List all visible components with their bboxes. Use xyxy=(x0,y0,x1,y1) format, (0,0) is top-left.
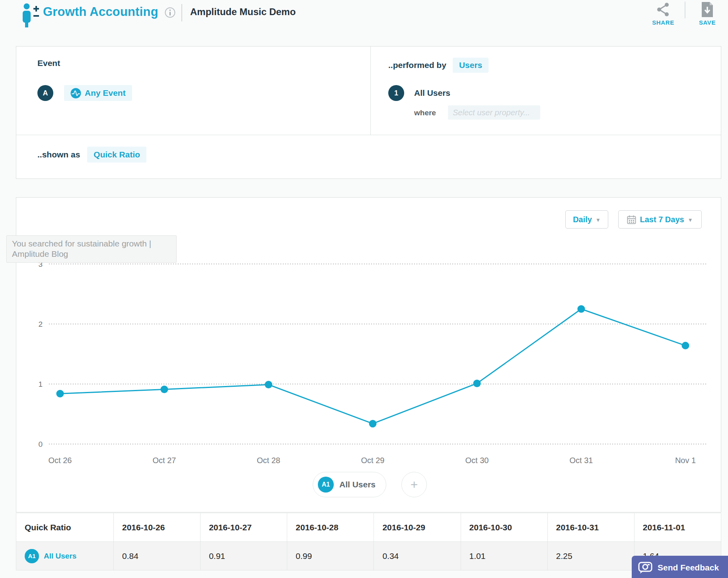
y-tick-label: 2 xyxy=(38,320,43,328)
amplitude-logo-icon xyxy=(70,88,81,99)
table-header-cell: 2016-11-01 xyxy=(634,513,721,542)
table-value-cell: 0.34 xyxy=(374,542,461,570)
table-value-cell: 0.84 xyxy=(114,542,200,570)
app-header: Growth Accounting Amplitude Music Demo S… xyxy=(0,0,728,40)
header-divider xyxy=(181,4,182,21)
action-divider xyxy=(685,2,685,18)
results-table: Quick Ratio2016-10-262016-10-272016-10-2… xyxy=(16,513,721,570)
legend-series-label: All Users xyxy=(339,480,376,489)
table-header-cell: 2016-10-28 xyxy=(287,513,374,542)
where-label: where xyxy=(414,109,436,117)
table-row: A1All Users0.840.910.990.341.012.251.64 xyxy=(16,542,721,570)
data-point[interactable] xyxy=(56,390,64,398)
share-button[interactable]: SHARE xyxy=(645,0,681,26)
status-tooltip: You searched for sustainable growth | Am… xyxy=(6,235,177,263)
data-point[interactable] xyxy=(578,305,585,313)
segment-badge[interactable]: 1 xyxy=(388,85,404,101)
project-title: Amplitude Music Demo xyxy=(190,6,296,17)
x-tick-label: Oct 30 xyxy=(465,456,489,465)
table-value-cell: 1.01 xyxy=(461,542,547,570)
table-header-cell: Quick Ratio xyxy=(16,513,114,542)
x-tick-label: Oct 29 xyxy=(361,456,385,465)
series-line xyxy=(60,309,685,423)
query-section-divider xyxy=(370,47,371,135)
save-label: SAVE xyxy=(689,19,725,26)
query-builder-card: Event A Any Event ..performed by Users 1… xyxy=(16,46,721,179)
data-point[interactable] xyxy=(473,380,481,387)
series-label: All Users xyxy=(44,552,76,561)
users-pill[interactable]: Users xyxy=(453,58,489,73)
any-event-label: Any Event xyxy=(85,88,126,98)
data-point[interactable] xyxy=(265,381,273,388)
table-value-cell: 0.91 xyxy=(200,542,287,570)
save-button[interactable]: SAVE xyxy=(689,0,725,26)
y-tick-label: 1 xyxy=(38,380,43,388)
table-header-cell: 2016-10-30 xyxy=(461,513,547,542)
performed-by-label: ..performed by xyxy=(388,60,446,70)
event-badge[interactable]: A xyxy=(37,85,53,101)
table-row-header[interactable]: A1All Users xyxy=(16,542,114,570)
any-event-pill[interactable]: Any Event xyxy=(64,85,132,101)
x-tick-label: Nov 1 xyxy=(675,456,696,465)
info-icon[interactable] xyxy=(165,7,175,19)
segment-name[interactable]: All Users xyxy=(414,88,450,98)
save-icon xyxy=(689,0,725,19)
quick-ratio-pill[interactable]: Quick Ratio xyxy=(87,147,146,163)
x-tick-label: Oct 27 xyxy=(153,456,176,465)
add-series-button[interactable]: + xyxy=(401,472,427,497)
feedback-camera-icon xyxy=(638,561,652,574)
page-title: Growth Accounting xyxy=(43,5,158,19)
where-property-input[interactable] xyxy=(448,105,540,120)
data-point[interactable] xyxy=(682,342,689,349)
x-tick-label: Oct 26 xyxy=(49,456,72,465)
send-feedback-button[interactable]: Send Feedback xyxy=(632,556,728,578)
y-tick-label: 0 xyxy=(38,440,43,448)
data-point[interactable] xyxy=(369,420,377,427)
legend-series-badge: A1 xyxy=(318,477,334,493)
query-horizontal-divider xyxy=(16,135,721,135)
legend-series-pill[interactable]: A1 All Users xyxy=(313,472,386,497)
table-header-row: Quick Ratio2016-10-262016-10-272016-10-2… xyxy=(16,513,721,542)
x-tick-label: Oct 28 xyxy=(257,456,280,465)
share-label: SHARE xyxy=(645,19,681,26)
table-value-cell: 2.25 xyxy=(547,542,634,570)
table-value-cell: 0.99 xyxy=(287,542,374,570)
share-icon xyxy=(645,0,681,19)
series-badge: A1 xyxy=(25,549,39,563)
x-tick-label: Oct 31 xyxy=(570,456,593,465)
shown-as-label: ..shown as xyxy=(37,150,80,159)
growth-accounting-icon xyxy=(21,3,41,29)
table-header-cell: 2016-10-26 xyxy=(114,513,200,542)
table-header-cell: 2016-10-29 xyxy=(374,513,461,542)
event-section-label: Event xyxy=(37,58,60,68)
table-header-cell: 2016-10-27 xyxy=(200,513,287,542)
data-point[interactable] xyxy=(161,386,168,393)
table-header-cell: 2016-10-31 xyxy=(547,513,634,542)
feedback-label: Send Feedback xyxy=(658,563,719,572)
plus-icon: + xyxy=(411,477,418,492)
